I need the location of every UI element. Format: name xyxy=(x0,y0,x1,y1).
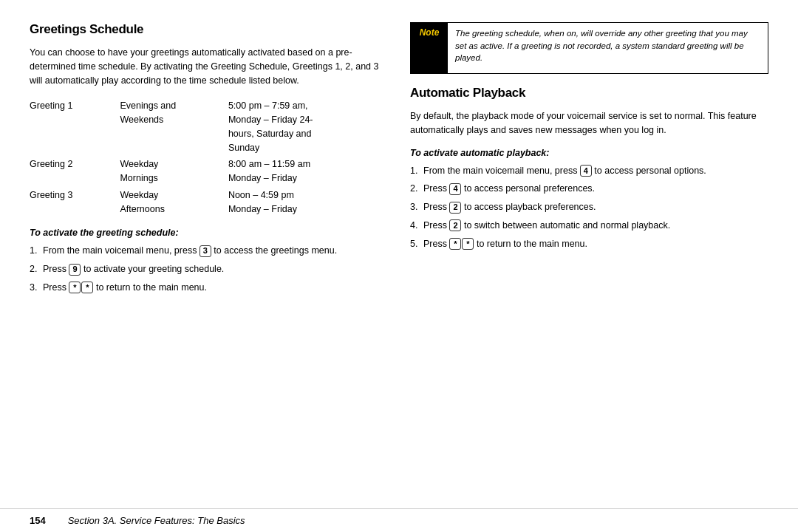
key-2: 2 xyxy=(449,219,461,231)
greeting-label: Greeting 3 xyxy=(30,187,120,218)
page: Greetings Schedule You can choose to hav… xyxy=(0,0,798,532)
greeting-type: WeekdayAfternoons xyxy=(120,187,228,218)
step-number: 1. xyxy=(30,244,40,258)
right-steps-list: 1. From the main voicemail menu, press 4… xyxy=(410,164,768,251)
greeting-type: WeekdayMornings xyxy=(120,156,228,187)
footer: 154 Section 3A. Service Features: The Ba… xyxy=(0,508,798,532)
list-item: 1. From the main voicemail menu, press 3… xyxy=(30,244,388,258)
key-2: 2 xyxy=(449,202,461,214)
step-number: 5. xyxy=(410,237,420,251)
automatic-playback-intro: By default, the playback mode of your vo… xyxy=(410,109,768,137)
step-content: From the main voicemail menu, press 3 to… xyxy=(43,244,388,258)
step-content: Press 2 to access playback preferences. xyxy=(423,200,768,214)
step-number: 2. xyxy=(30,262,40,276)
key-x: * xyxy=(81,282,93,293)
note-label: Note xyxy=(411,23,448,73)
key-4: 4 xyxy=(449,183,461,195)
left-steps-list: 1. From the main voicemail menu, press 3… xyxy=(30,244,388,294)
note-box: Note The greeting schedule, when on, wil… xyxy=(410,22,768,74)
footer-page-number: 154 xyxy=(30,515,46,526)
greetings-schedule-intro: You can choose to have your greetings au… xyxy=(30,46,388,87)
step-content: Press ** to return to the main menu. xyxy=(43,281,388,295)
step-content: Press 2 to switch between automatic and … xyxy=(423,219,768,233)
list-item: 4. Press 2 to switch between automatic a… xyxy=(410,219,768,233)
content-area: Greetings Schedule You can choose to hav… xyxy=(0,0,798,508)
list-item: 5. Press ** to return to the main menu. xyxy=(410,237,768,251)
key-9: 9 xyxy=(69,264,81,276)
automatic-playback-title: Automatic Playback xyxy=(410,86,768,100)
greetings-schedule-title: Greetings Schedule xyxy=(30,22,388,37)
step-content: Press 9 to activate your greeting schedu… xyxy=(43,262,388,276)
step-content: Press ** to return to the main menu. xyxy=(423,237,768,251)
key-star-x-pair: ** xyxy=(449,238,474,250)
key-4: 4 xyxy=(580,165,592,177)
step-number: 3. xyxy=(30,281,40,295)
key-x: * xyxy=(462,238,474,250)
table-row: Greeting 2 WeekdayMornings 8:00 am – 11:… xyxy=(30,156,388,187)
note-content: The greeting schedule, when on, will ove… xyxy=(448,23,768,73)
list-item: 2. Press 9 to activate your greeting sch… xyxy=(30,262,388,276)
step-number: 4. xyxy=(410,219,420,233)
step-number: 1. xyxy=(410,164,420,178)
step-content: Press 4 to access personal preferences. xyxy=(423,182,768,196)
key-star: * xyxy=(69,282,81,293)
list-item: 3. Press ** to return to the main menu. xyxy=(30,281,388,295)
footer-section-label: Section 3A. Service Features: The Basics xyxy=(68,515,245,526)
step-number: 3. xyxy=(410,200,420,214)
greeting-time: Noon – 4:59 pmMonday – Friday xyxy=(228,187,388,218)
key-star: * xyxy=(449,238,461,250)
step-content: From the main voicemail menu, press 4 to… xyxy=(423,164,768,178)
step-number: 2. xyxy=(410,182,420,196)
key-star-x-pair: ** xyxy=(69,282,93,293)
right-column: Note The greeting schedule, when on, wil… xyxy=(410,22,768,501)
key-3: 3 xyxy=(200,245,211,257)
list-item: 1. From the main voicemail menu, press 4… xyxy=(410,164,768,178)
greetings-table: Greeting 1 Evenings andWeekends 5:00 pm … xyxy=(30,98,388,217)
greeting-time: 5:00 pm – 7:59 am,Monday – Friday 24-hou… xyxy=(228,98,388,156)
list-item: 2. Press 4 to access personal preference… xyxy=(410,182,768,196)
greeting-label: Greeting 1 xyxy=(30,98,120,156)
greeting-time: 8:00 am – 11:59 amMonday – Friday xyxy=(228,156,388,187)
greeting-type: Evenings andWeekends xyxy=(120,98,228,156)
list-item: 3. Press 2 to access playback preference… xyxy=(410,200,768,214)
activate-greeting-heading: To activate the greeting schedule: xyxy=(30,228,388,238)
table-row: Greeting 3 WeekdayAfternoons Noon – 4:59… xyxy=(30,187,388,218)
activate-playback-heading: To activate automatic playback: xyxy=(410,148,768,158)
left-column: Greetings Schedule You can choose to hav… xyxy=(30,22,388,501)
table-row: Greeting 1 Evenings andWeekends 5:00 pm … xyxy=(30,98,388,156)
greeting-label: Greeting 2 xyxy=(30,156,120,187)
